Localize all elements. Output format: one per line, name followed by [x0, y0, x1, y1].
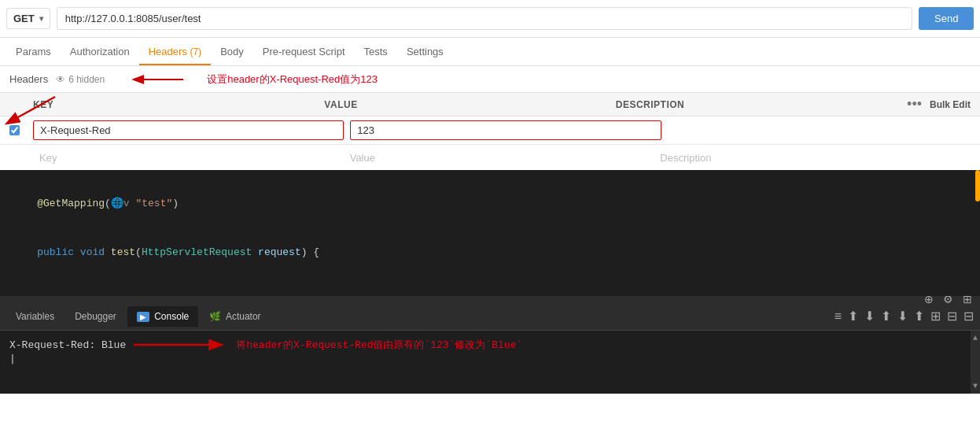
- value-input[interactable]: [350, 120, 661, 140]
- bottom-tabs: Variables Debugger ▶ Console 🌿 Actuator …: [0, 302, 980, 331]
- tabs-row: Params Authorization Headers (7) Body Pr…: [0, 38, 980, 66]
- tab-params[interactable]: Params: [6, 39, 61, 65]
- code-scroll-thumb[interactable]: [975, 170, 980, 202]
- console-line: X-Request-Red: Blue 将header的X-Request-Re…: [9, 337, 522, 353]
- table-header: KEY VALUE DESCRIPTION ••• Bulk Edit: [0, 93, 980, 117]
- toolbar-btn-9[interactable]: ⊟: [963, 309, 974, 324]
- toolbar-btn-5[interactable]: ⬇: [897, 309, 908, 324]
- headers-label: Headers: [9, 73, 48, 85]
- table-row: [0, 117, 980, 145]
- tab-debugger[interactable]: Debugger: [65, 306, 126, 327]
- annotation-arrow: [128, 70, 191, 89]
- toolbar-btn-8[interactable]: ⊟: [947, 309, 957, 324]
- method-label: GET: [13, 13, 35, 24]
- tab-settings[interactable]: Settings: [397, 39, 453, 65]
- code-line-2: public void test(HttpServletRequest requ…: [13, 228, 967, 277]
- scroll-down-btn[interactable]: ▼: [973, 382, 978, 390]
- eye-icon: 👁: [56, 74, 65, 85]
- toolbar-btn-1[interactable]: ≡: [834, 309, 842, 324]
- method-chevron: ▾: [39, 14, 43, 23]
- console-content: X-Request-Red: Blue 将header的X-Request-Re…: [9, 337, 522, 364]
- console-cursor: |: [9, 353, 522, 364]
- headers-subrow: Headers 👁 6 hidden 设置header的X-Request-Re…: [0, 66, 980, 93]
- send-button[interactable]: Send: [919, 7, 974, 30]
- tab-actuator[interactable]: 🌿 Actuator: [200, 306, 270, 327]
- actuator-icon: 🌿: [209, 311, 221, 322]
- hidden-badge[interactable]: 👁 6 hidden: [56, 74, 105, 85]
- console-scrollbar[interactable]: ▲ ▼: [971, 331, 980, 394]
- hidden-count: 6 hidden: [68, 74, 105, 85]
- placeholder-value[interactable]: Value: [350, 152, 661, 164]
- tab-authorization[interactable]: Authorization: [61, 39, 139, 65]
- tab-console[interactable]: ▶ Console: [127, 306, 198, 327]
- url-bar: GET ▾ Send: [0, 0, 980, 38]
- toolbar-btn-3[interactable]: ⬇: [864, 309, 875, 324]
- scroll-up-btn[interactable]: ▲: [973, 334, 978, 342]
- more-options-icon[interactable]: •••: [907, 96, 922, 113]
- tab-variables[interactable]: Variables: [6, 306, 64, 327]
- console-annotation: 将header的X-Request-Red值由原有的`123`修改为`Blue`: [236, 338, 522, 352]
- url-input[interactable]: [57, 7, 912, 30]
- console-text: X-Request-Red: Blue: [9, 339, 126, 351]
- bottom-toolbar-icons: ≡ ⬆ ⬇ ⬆ ⬇ ⬆ ⊞ ⊟ ⊟: [834, 309, 974, 324]
- method-select[interactable]: GET ▾: [6, 8, 50, 29]
- code-line-3: String header = request.getHeader( s: "X…: [13, 278, 967, 296]
- placeholder-row: Key Value Description: [0, 145, 980, 170]
- th-desc: DESCRIPTION: [616, 99, 907, 110]
- key-input[interactable]: [33, 120, 344, 140]
- toolbar-separator: ⊕ ⚙ ⊞: [0, 296, 980, 302]
- tab-body[interactable]: Body: [211, 39, 253, 65]
- console-output: X-Request-Red: Blue 将header的X-Request-Re…: [0, 331, 980, 394]
- placeholder-key[interactable]: Key: [33, 152, 350, 164]
- toolbar-btn-7[interactable]: ⊞: [930, 309, 941, 324]
- tab-tests[interactable]: Tests: [355, 39, 397, 65]
- row-checkbox[interactable]: [9, 125, 20, 135]
- bulk-edit-label[interactable]: Bulk Edit: [930, 99, 971, 110]
- tab-pre-request[interactable]: Pre-request Script: [253, 39, 355, 65]
- toolbar-btn-6[interactable]: ⬆: [914, 309, 924, 324]
- toolbar-btn-2[interactable]: ⬆: [848, 309, 858, 324]
- console-arrow-svg: [134, 337, 228, 353]
- svg-line-3: [8, 97, 55, 123]
- row-arrow: [0, 93, 71, 124]
- tab-headers[interactable]: Headers (7): [139, 39, 211, 65]
- th-key: KEY: [33, 99, 324, 110]
- code-line-1: @GetMapping(🌐v "test"): [13, 179, 967, 228]
- header-annotation: 设置header的X-Request-Red值为123: [207, 72, 378, 87]
- desc-input: [661, 128, 971, 134]
- console-badge-icon: ▶: [137, 312, 149, 322]
- row-checkbox-container[interactable]: [9, 125, 33, 135]
- th-value: VALUE: [324, 99, 615, 110]
- placeholder-desc[interactable]: Description: [660, 152, 971, 164]
- code-section: @GetMapping(🌐v "test") public void test(…: [0, 170, 980, 296]
- toolbar-btn-4[interactable]: ⬆: [881, 309, 891, 324]
